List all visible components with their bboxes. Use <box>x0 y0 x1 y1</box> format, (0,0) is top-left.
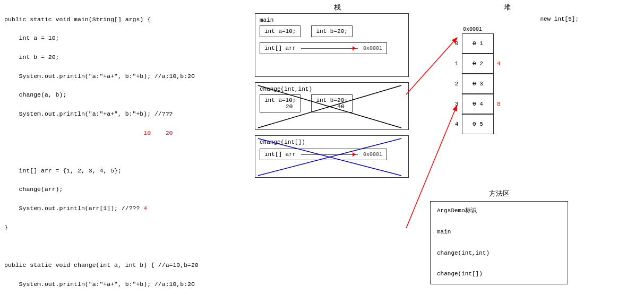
change-int-int-vars: int a=10; 20 int b=20; 40 <box>260 94 404 112</box>
change-int-arr-title: change(int[]) <box>260 139 404 145</box>
heap-cell-0: 0 1 <box>462 33 494 54</box>
heap-row-4: 4 0 5 <box>451 114 547 134</box>
heap-red-3: 8 <box>497 101 501 107</box>
heap-val-4: 0 <box>473 121 476 127</box>
main-frame: main int a=10; int b=20; int[] arr 0x000… <box>255 13 409 77</box>
arr-arrow-line <box>301 48 358 49</box>
code-line-2: int a = 10; <box>4 33 245 43</box>
change-int-arr-frame: change(int[]) int[] arr 0x0001 <box>255 135 409 178</box>
method-item-2 <box>437 216 561 227</box>
code-line-1: public static void main(String[] args) { <box>4 15 245 24</box>
heap-val-3: 0 <box>473 101 476 107</box>
change-var-a: int a=10; 20 <box>260 94 300 112</box>
heap-idx-4: 4 <box>451 114 462 134</box>
main-frame-title: main <box>260 17 404 23</box>
stack-section: 栈 main int a=10; int b=20; int[] arr 0x0… <box>250 0 425 295</box>
code-line-9: int[] arr = {1, 2, 3, 4, 5}; <box>4 166 245 176</box>
method-item-4 <box>437 238 561 248</box>
change-int-int-frame: change(int,int) int a=10; 20 int b=20; 4… <box>255 82 409 130</box>
method-title: 方法区 <box>430 186 568 201</box>
code-line-13 <box>4 241 245 251</box>
code-line-4: System.out.println("a:"+a+", b:"+b); //a… <box>4 72 245 81</box>
main-var-a: int a=10; <box>260 25 300 37</box>
code-line-8 <box>4 147 245 157</box>
code-line-3: int b = 20; <box>4 53 245 62</box>
heap-idx-3: 3 <box>451 94 462 114</box>
main-arr-label: int[] arr <box>264 45 296 51</box>
code-line-6: System.out.println("a:"+a+", b:"+b); //?… <box>4 109 245 119</box>
method-item-6 <box>437 258 561 269</box>
heap-newval-2: 3 <box>479 81 483 87</box>
heap-idx-0: 0 <box>451 33 462 54</box>
code-line-10: change(arr); <box>4 185 245 194</box>
method-item-1: ArgsDemo标识 <box>437 206 561 216</box>
heap-val-0: 0 <box>473 40 476 47</box>
heap-newval-4: 5 <box>479 121 483 127</box>
code-line-7: 10 20 <box>4 128 245 138</box>
code-line-5: change(a, b); <box>4 90 245 100</box>
heap-val-2: 0 <box>473 81 476 87</box>
heap-red-1: 4 <box>497 60 501 67</box>
heap-idx-1: 1 <box>451 54 462 74</box>
code-line-15: System.out.println("a:"+a+", b:"+b); //a… <box>4 280 245 289</box>
heap-title: 堆 <box>430 0 584 15</box>
code-line-11: System.out.println(arr[1]); //??? 4 <box>4 204 245 213</box>
change-int-int-title: change(int,int) <box>260 86 404 92</box>
heap-row-1: 1 0 2 4 <box>451 54 547 74</box>
change-arr-ref: int[] arr 0x0001 <box>260 149 387 160</box>
heap-idx-2: 2 <box>451 74 462 94</box>
main-var-b: int b=20; <box>311 25 352 37</box>
heap-cell-2: 0 3 <box>462 74 494 94</box>
method-section: 方法区 ArgsDemo标识 main change(int,int) chan… <box>430 186 568 284</box>
method-item-5: change(int,int) <box>437 248 561 259</box>
stack-frames: main int a=10; int b=20; int[] arr 0x000… <box>255 13 409 183</box>
main-frame-vars: int a=10; int b=20; <box>260 25 404 37</box>
main-arr-ref: int[] arr 0x0001 <box>260 42 387 54</box>
heap-array: 0x0001 0 0 1 1 0 2 4 2 <box>451 27 547 134</box>
heap-address: 0x0001 <box>463 27 547 32</box>
heap-new-label: new int[5]; <box>430 16 584 22</box>
heap-newval-0: 1 <box>479 40 483 47</box>
heap-cell-1: 0 2 <box>462 54 494 74</box>
heap-row-0: 0 0 1 <box>451 33 547 54</box>
method-item-7: change(int[]) <box>437 269 561 280</box>
heap-row-3: 3 0 4 8 <box>451 94 547 114</box>
change-arr-arrow-line <box>301 154 358 155</box>
change-var-b: int b=20; 40 <box>311 94 352 112</box>
diagram-area: 栈 main int a=10; int b=20; int[] arr 0x0… <box>250 0 644 295</box>
arr-addr: 0x0001 <box>363 46 382 51</box>
code-line-14: public static void change(int a, int b) … <box>4 261 245 270</box>
heap-row-2: 2 0 3 <box>451 74 547 94</box>
change-arr-addr: 0x0001 <box>363 152 382 158</box>
heap-newval-1: 2 <box>479 60 483 67</box>
stack-title: 栈 <box>250 0 425 15</box>
change-arr-label: int[] arr <box>264 151 296 158</box>
heap-cell-4: 0 5 <box>462 114 494 134</box>
code-panel: public static void main(String[] args) {… <box>0 0 250 295</box>
code-line-12: } <box>4 223 245 232</box>
method-item-3: main <box>437 227 561 238</box>
heap-cell-3: 0 4 <box>462 94 494 114</box>
heap-newval-3: 4 <box>479 101 483 107</box>
method-box: ArgsDemo标识 main change(int,int) change(i… <box>430 201 568 284</box>
heap-val-1: 0 <box>473 60 476 67</box>
